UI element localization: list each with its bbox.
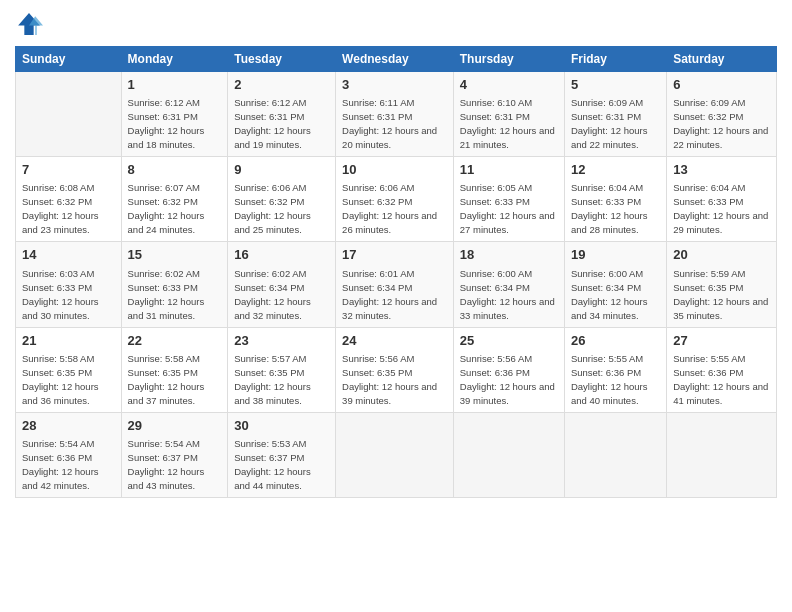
day-number: 3 — [342, 76, 447, 94]
calendar-cell: 14 Sunrise: 6:03 AMSunset: 6:33 PMDaylig… — [16, 242, 122, 327]
day-info: Sunrise: 5:55 AMSunset: 6:36 PMDaylight:… — [571, 353, 648, 406]
day-info: Sunrise: 6:04 AMSunset: 6:33 PMDaylight:… — [571, 182, 648, 235]
day-info: Sunrise: 6:06 AMSunset: 6:32 PMDaylight:… — [342, 182, 437, 235]
day-info: Sunrise: 5:58 AMSunset: 6:35 PMDaylight:… — [128, 353, 205, 406]
day-info: Sunrise: 6:04 AMSunset: 6:33 PMDaylight:… — [673, 182, 768, 235]
calendar-week-row: 14 Sunrise: 6:03 AMSunset: 6:33 PMDaylig… — [16, 242, 777, 327]
calendar-cell: 7 Sunrise: 6:08 AMSunset: 6:32 PMDayligh… — [16, 157, 122, 242]
logo — [15, 10, 47, 38]
calendar-cell — [453, 412, 564, 497]
calendar-cell: 4 Sunrise: 6:10 AMSunset: 6:31 PMDayligh… — [453, 72, 564, 157]
day-info: Sunrise: 6:05 AMSunset: 6:33 PMDaylight:… — [460, 182, 555, 235]
calendar-cell: 8 Sunrise: 6:07 AMSunset: 6:32 PMDayligh… — [121, 157, 228, 242]
calendar-cell: 9 Sunrise: 6:06 AMSunset: 6:32 PMDayligh… — [228, 157, 336, 242]
day-number: 12 — [571, 161, 660, 179]
calendar-cell: 18 Sunrise: 6:00 AMSunset: 6:34 PMDaylig… — [453, 242, 564, 327]
weekday-header-wednesday: Wednesday — [336, 47, 454, 72]
day-number: 19 — [571, 246, 660, 264]
day-number: 10 — [342, 161, 447, 179]
day-number: 20 — [673, 246, 770, 264]
day-info: Sunrise: 6:03 AMSunset: 6:33 PMDaylight:… — [22, 268, 99, 321]
day-number: 28 — [22, 417, 115, 435]
day-number: 30 — [234, 417, 329, 435]
day-number: 14 — [22, 246, 115, 264]
day-info: Sunrise: 6:12 AMSunset: 6:31 PMDaylight:… — [128, 97, 205, 150]
calendar-cell — [16, 72, 122, 157]
day-info: Sunrise: 5:56 AMSunset: 6:36 PMDaylight:… — [460, 353, 555, 406]
calendar-cell: 29 Sunrise: 5:54 AMSunset: 6:37 PMDaylig… — [121, 412, 228, 497]
day-info: Sunrise: 6:09 AMSunset: 6:31 PMDaylight:… — [571, 97, 648, 150]
day-info: Sunrise: 6:01 AMSunset: 6:34 PMDaylight:… — [342, 268, 437, 321]
day-info: Sunrise: 6:12 AMSunset: 6:31 PMDaylight:… — [234, 97, 311, 150]
day-number: 17 — [342, 246, 447, 264]
calendar-cell: 2 Sunrise: 6:12 AMSunset: 6:31 PMDayligh… — [228, 72, 336, 157]
weekday-header-row: SundayMondayTuesdayWednesdayThursdayFrid… — [16, 47, 777, 72]
calendar-cell: 6 Sunrise: 6:09 AMSunset: 6:32 PMDayligh… — [667, 72, 777, 157]
calendar-body: 1 Sunrise: 6:12 AMSunset: 6:31 PMDayligh… — [16, 72, 777, 498]
day-number: 29 — [128, 417, 222, 435]
day-number: 4 — [460, 76, 558, 94]
day-number: 16 — [234, 246, 329, 264]
day-info: Sunrise: 5:58 AMSunset: 6:35 PMDaylight:… — [22, 353, 99, 406]
calendar-cell: 3 Sunrise: 6:11 AMSunset: 6:31 PMDayligh… — [336, 72, 454, 157]
day-info: Sunrise: 5:54 AMSunset: 6:37 PMDaylight:… — [128, 438, 205, 491]
day-number: 27 — [673, 332, 770, 350]
day-number: 5 — [571, 76, 660, 94]
calendar-cell: 23 Sunrise: 5:57 AMSunset: 6:35 PMDaylig… — [228, 327, 336, 412]
calendar-cell: 16 Sunrise: 6:02 AMSunset: 6:34 PMDaylig… — [228, 242, 336, 327]
day-info: Sunrise: 6:02 AMSunset: 6:34 PMDaylight:… — [234, 268, 311, 321]
calendar-week-row: 1 Sunrise: 6:12 AMSunset: 6:31 PMDayligh… — [16, 72, 777, 157]
header — [15, 10, 777, 38]
calendar-cell: 26 Sunrise: 5:55 AMSunset: 6:36 PMDaylig… — [564, 327, 666, 412]
page: SundayMondayTuesdayWednesdayThursdayFrid… — [0, 0, 792, 612]
weekday-header-thursday: Thursday — [453, 47, 564, 72]
calendar-cell: 24 Sunrise: 5:56 AMSunset: 6:35 PMDaylig… — [336, 327, 454, 412]
weekday-header-sunday: Sunday — [16, 47, 122, 72]
day-info: Sunrise: 6:09 AMSunset: 6:32 PMDaylight:… — [673, 97, 768, 150]
calendar-cell — [667, 412, 777, 497]
calendar-table: SundayMondayTuesdayWednesdayThursdayFrid… — [15, 46, 777, 498]
day-number: 6 — [673, 76, 770, 94]
calendar-cell: 21 Sunrise: 5:58 AMSunset: 6:35 PMDaylig… — [16, 327, 122, 412]
calendar-cell: 20 Sunrise: 5:59 AMSunset: 6:35 PMDaylig… — [667, 242, 777, 327]
calendar-cell: 1 Sunrise: 6:12 AMSunset: 6:31 PMDayligh… — [121, 72, 228, 157]
day-number: 22 — [128, 332, 222, 350]
day-info: Sunrise: 6:00 AMSunset: 6:34 PMDaylight:… — [460, 268, 555, 321]
day-number: 24 — [342, 332, 447, 350]
calendar-cell: 10 Sunrise: 6:06 AMSunset: 6:32 PMDaylig… — [336, 157, 454, 242]
day-info: Sunrise: 5:54 AMSunset: 6:36 PMDaylight:… — [22, 438, 99, 491]
calendar-cell — [336, 412, 454, 497]
calendar-header: SundayMondayTuesdayWednesdayThursdayFrid… — [16, 47, 777, 72]
day-info: Sunrise: 6:02 AMSunset: 6:33 PMDaylight:… — [128, 268, 205, 321]
day-info: Sunrise: 6:00 AMSunset: 6:34 PMDaylight:… — [571, 268, 648, 321]
calendar-cell: 5 Sunrise: 6:09 AMSunset: 6:31 PMDayligh… — [564, 72, 666, 157]
calendar-cell: 11 Sunrise: 6:05 AMSunset: 6:33 PMDaylig… — [453, 157, 564, 242]
calendar-week-row: 7 Sunrise: 6:08 AMSunset: 6:32 PMDayligh… — [16, 157, 777, 242]
day-info: Sunrise: 5:55 AMSunset: 6:36 PMDaylight:… — [673, 353, 768, 406]
day-number: 15 — [128, 246, 222, 264]
weekday-header-monday: Monday — [121, 47, 228, 72]
calendar-cell: 15 Sunrise: 6:02 AMSunset: 6:33 PMDaylig… — [121, 242, 228, 327]
day-info: Sunrise: 5:59 AMSunset: 6:35 PMDaylight:… — [673, 268, 768, 321]
day-number: 7 — [22, 161, 115, 179]
day-number: 25 — [460, 332, 558, 350]
calendar-cell: 12 Sunrise: 6:04 AMSunset: 6:33 PMDaylig… — [564, 157, 666, 242]
weekday-header-friday: Friday — [564, 47, 666, 72]
weekday-header-tuesday: Tuesday — [228, 47, 336, 72]
calendar-cell: 25 Sunrise: 5:56 AMSunset: 6:36 PMDaylig… — [453, 327, 564, 412]
day-number: 2 — [234, 76, 329, 94]
day-number: 18 — [460, 246, 558, 264]
day-number: 26 — [571, 332, 660, 350]
day-number: 23 — [234, 332, 329, 350]
calendar-cell — [564, 412, 666, 497]
day-number: 9 — [234, 161, 329, 179]
day-info: Sunrise: 5:57 AMSunset: 6:35 PMDaylight:… — [234, 353, 311, 406]
calendar-cell: 27 Sunrise: 5:55 AMSunset: 6:36 PMDaylig… — [667, 327, 777, 412]
day-info: Sunrise: 6:11 AMSunset: 6:31 PMDaylight:… — [342, 97, 437, 150]
day-info: Sunrise: 5:56 AMSunset: 6:35 PMDaylight:… — [342, 353, 437, 406]
calendar-cell: 30 Sunrise: 5:53 AMSunset: 6:37 PMDaylig… — [228, 412, 336, 497]
day-number: 21 — [22, 332, 115, 350]
day-info: Sunrise: 5:53 AMSunset: 6:37 PMDaylight:… — [234, 438, 311, 491]
logo-icon — [15, 10, 43, 38]
day-info: Sunrise: 6:07 AMSunset: 6:32 PMDaylight:… — [128, 182, 205, 235]
